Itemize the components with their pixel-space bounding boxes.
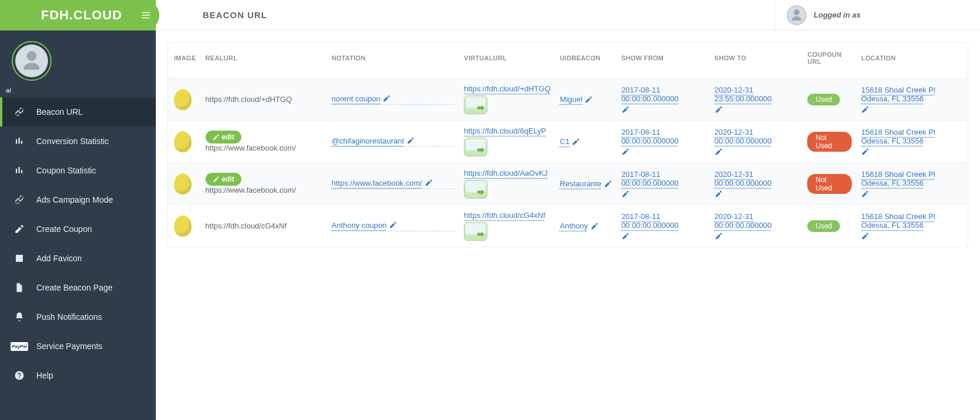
page-title: BEACON URL (203, 10, 267, 20)
notation-link[interactable]: Anthony coupon (332, 221, 387, 230)
edit-icon[interactable] (590, 222, 599, 230)
edit-icon (13, 224, 26, 234)
main-area: BEACON URL Logged in as IMAGE REALURL NO… (156, 0, 980, 420)
realurl-text: https://fdh.cloud/cG4xNf (206, 221, 287, 230)
sidebar-toggle-button[interactable] (132, 0, 159, 30)
showto-link[interactable]: 2020-12-31 00:00:00.000000 (715, 212, 798, 230)
avatar-ring[interactable] (12, 41, 52, 81)
sidebar-item-help[interactable]: Help (0, 361, 156, 390)
status-badge: Used (807, 220, 840, 232)
user-icon (20, 49, 43, 73)
edit-icon[interactable] (622, 232, 630, 240)
sidebar-item-push-notifications[interactable]: Push Notifications (0, 302, 156, 332)
edit-icon[interactable] (861, 190, 869, 198)
edit-icon[interactable] (604, 180, 612, 188)
table-row: https://fdh.cloud/+dHTGQnorent couponhtt… (168, 78, 968, 121)
nav-label: Coupon Statistic (36, 166, 96, 175)
nav-label: Ads Campaign Mode (36, 195, 113, 204)
nav-list: Beacon URLConversion StatisticCoupon Sta… (0, 97, 156, 390)
refresh-icon[interactable] (464, 180, 487, 199)
beacon-image (174, 131, 192, 152)
beacon-table-card: IMAGE REALURL NOTATION VIRTUALURL UIDBEA… (168, 42, 968, 247)
table-row: edithttps://www.facebook.com/@chifaginor… (168, 121, 968, 163)
showfrom-link[interactable]: 2017-08-11 00:00:00.000000 (622, 128, 705, 145)
refresh-icon[interactable] (464, 138, 487, 156)
menu-icon (139, 10, 152, 21)
sidebar-item-service-payments[interactable]: PayPalService Payments (0, 332, 156, 361)
edit-icon[interactable] (861, 232, 869, 240)
paypal-icon: PayPal (13, 342, 26, 351)
sidebar-item-create-coupon[interactable]: Create Coupon (0, 214, 156, 244)
uidbeacon-link[interactable]: C1 (560, 137, 570, 146)
beacon-table: IMAGE REALURL NOTATION VIRTUALURL UIDBEA… (168, 43, 968, 247)
sidebar-item-coupon-statistic[interactable]: Coupon Statistic (0, 156, 156, 185)
virtualurl-link[interactable]: https://fdh.cloud/cG4xNf (464, 211, 551, 220)
table-row: edithttps://www.facebook.com/https://www… (168, 163, 968, 205)
edit-icon[interactable] (622, 190, 630, 198)
logged-in-label: Logged in as (814, 11, 861, 19)
location-link[interactable]: 15618 Shoal Creek Pl Odessa, FL 33556 (861, 170, 963, 187)
sidebar-item-add-favicon[interactable]: Add Favicon (0, 244, 156, 273)
nav-label: Beacon URL (36, 107, 83, 117)
sidebar-item-create-beacon-page[interactable]: Create Beacon Page (0, 273, 156, 302)
uidbeacon-link[interactable]: Anthony (560, 221, 588, 230)
location-link[interactable]: 15618 Shoal Creek Pl Odessa, FL 33556 (861, 212, 963, 230)
showfrom-link[interactable]: 2017-08-11 00:00:00.000000 (622, 86, 705, 103)
edit-icon[interactable] (407, 136, 415, 145)
uidbeacon-link[interactable]: Miguel (560, 95, 582, 104)
virtualurl-link[interactable]: https://fdh.cloud/6qELyP (464, 127, 551, 135)
realurl-text: https://fdh.cloud/+dHTGQ (206, 95, 292, 104)
sidebar-item-beacon-url[interactable]: Beacon URL (0, 97, 156, 127)
brand-logo[interactable]: FDH.CLOUD (41, 8, 122, 23)
edit-icon[interactable] (715, 148, 723, 156)
col-image: IMAGE (168, 43, 201, 78)
showfrom-link[interactable]: 2017-08-11 00:00:00.000000 (622, 212, 705, 230)
refresh-icon[interactable] (464, 222, 487, 241)
showto-link[interactable]: 2020-12-31 23:55:00.000000 (715, 86, 798, 103)
edit-icon[interactable] (572, 138, 580, 146)
edit-icon[interactable] (715, 190, 723, 198)
edit-icon[interactable] (622, 148, 630, 156)
col-notation: NOTATION (327, 43, 459, 78)
edit-icon[interactable] (715, 105, 723, 114)
edit-icon[interactable] (861, 105, 869, 114)
sidebar-item-ads-campaign-mode[interactable]: Ads Campaign Mode (0, 185, 156, 214)
showfrom-link[interactable]: 2017-08-11 00:00:00.000000 (622, 170, 705, 187)
edit-icon[interactable] (425, 179, 433, 187)
virtualurl-link[interactable]: https://fdh.cloud/+dHTGQ (464, 84, 551, 93)
bell-icon (13, 312, 26, 322)
showto-link[interactable]: 2020-12-31 00:00:00.000000 (715, 128, 798, 145)
notation-link[interactable]: https://www.facebook.com/ (332, 179, 422, 187)
edit-icon[interactable] (389, 221, 397, 229)
notation-link[interactable]: @chifaginorestaurant (332, 136, 404, 145)
edit-icon[interactable] (861, 148, 869, 156)
sidebar-item-conversion-statistic[interactable]: Conversion Statistic (0, 127, 156, 156)
virtualurl-link[interactable]: https://fdh.cloud/AaOvKJ (464, 169, 551, 177)
notation-link[interactable]: norent coupon (332, 94, 380, 103)
edit-button[interactable]: edit (206, 173, 241, 186)
user-avatar-block (0, 30, 156, 87)
edit-icon[interactable] (585, 95, 593, 104)
col-realurl: REALURL (201, 43, 327, 78)
beacon-image (174, 216, 192, 237)
nav-label: Conversion Statistic (36, 136, 109, 146)
uidbeacon-link[interactable]: Restaurante (560, 179, 602, 188)
edit-icon[interactable] (622, 105, 630, 114)
page-icon (13, 282, 26, 293)
edit-button[interactable]: edit (206, 131, 241, 144)
image-icon (13, 253, 26, 264)
col-uidbeacon: UIDBEACON (555, 43, 617, 78)
sidebar: FDH.CLOUD ai Beacon URLConversion Statis… (0, 0, 156, 420)
nav-label: Create Beacon Page (36, 283, 112, 292)
edit-icon[interactable] (715, 232, 723, 240)
location-link[interactable]: 15618 Shoal Creek Pl Odessa, FL 33556 (861, 128, 963, 145)
showto-link[interactable]: 2020-12-31 00:00:00.000000 (715, 170, 798, 187)
topbar-right[interactable]: Logged in as (775, 0, 980, 30)
realurl-text: https://www.facebook.com/ (206, 186, 296, 194)
refresh-icon[interactable] (464, 95, 487, 114)
location-link[interactable]: 15618 Shoal Creek Pl Odessa, FL 33556 (861, 86, 963, 103)
realurl-text: https://www.facebook.com/ (206, 144, 296, 152)
topbar: BEACON URL Logged in as (156, 0, 980, 30)
col-coupon: COUPOUN URL (803, 43, 856, 78)
edit-icon[interactable] (383, 94, 391, 103)
